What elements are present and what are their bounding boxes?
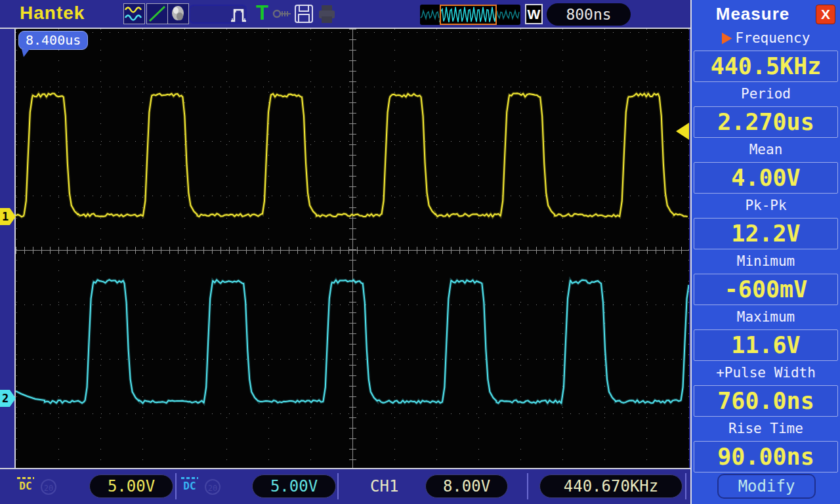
ch1-trace — [16, 93, 688, 217]
measure-row[interactable]: Minimum-600mV — [692, 252, 840, 305]
measure-row-value: 12.2V — [694, 218, 838, 249]
dc-dashes-icon — [17, 477, 34, 479]
scope-display: 8.400us — [16, 29, 689, 468]
measure-row[interactable]: Frequency440.5KHz — [692, 29, 840, 82]
measure-rows: Frequency440.5KHzPeriod2.270usMean4.00VP… — [692, 29, 840, 475]
measure-row-label-text: Frequency — [736, 29, 810, 48]
save-icon-glyph — [293, 3, 315, 25]
measure-row[interactable]: Pk-Pk12.2V — [692, 196, 840, 249]
trigger-type-icon[interactable]: T — [256, 1, 268, 25]
measure-row[interactable]: Period2.270us — [692, 85, 840, 138]
measure-row-label: Minimum — [692, 252, 840, 271]
measure-row-label-text: Minimum — [737, 252, 795, 271]
divider — [527, 473, 528, 499]
measure-row[interactable]: Mean4.00V — [692, 140, 840, 194]
preview-wave — [497, 11, 519, 19]
measure-panel-header: Measure X — [692, 0, 840, 29]
line-draw-icon-glyph — [147, 4, 167, 24]
snapshot-icon-glyph — [168, 4, 188, 24]
ch1-scale-readout[interactable]: 5.00V — [89, 474, 173, 498]
dc-dashes-icon — [181, 477, 198, 479]
measure-row-label-text: Period — [741, 85, 791, 104]
measure-row[interactable]: +Pulse Width760.0ns — [692, 364, 840, 417]
measure-row-value: 760.0ns — [694, 385, 838, 417]
horizontal-delay-tag[interactable]: 8.400us — [18, 31, 88, 50]
waveform-preview-bar[interactable] — [420, 5, 520, 25]
measure-row-label: Rise Time — [692, 419, 840, 438]
measure-row-value: 440.5KHz — [694, 51, 838, 82]
measure-panel: Measure X Frequency440.5KHzPeriod2.270us… — [690, 0, 840, 504]
preview-wave — [421, 11, 439, 19]
measure-row-label: Maximum — [692, 308, 840, 327]
snapshot-icon[interactable] — [167, 3, 189, 24]
measure-row[interactable]: Rise Time90.00ns — [692, 419, 840, 472]
measure-row-value: 2.270us — [694, 106, 838, 138]
trigger-level-readout[interactable]: 8.00V — [425, 474, 508, 498]
ch1-position-marker[interactable]: 1 — [0, 208, 16, 225]
save-icon[interactable] — [293, 3, 315, 28]
ch2-bandwidth-limit-button[interactable]: 20 — [205, 479, 220, 495]
measure-panel-title: Measure — [692, 4, 814, 24]
measure-row-label-text: +Pulse Width — [716, 364, 816, 383]
preview-viewport-box[interactable] — [440, 5, 497, 25]
ch1-bandwidth-limit-button[interactable]: 20 — [41, 479, 56, 495]
measure-row-label-text: Rise Time — [728, 419, 803, 438]
waveforms-icon-glyph — [124, 4, 144, 24]
ch2-trace-glow — [16, 280, 689, 403]
measure-row-label: Period — [692, 85, 840, 104]
ch2-scale-readout[interactable]: 5.00V — [252, 474, 336, 498]
measure-row-label: Pk-Pk — [692, 196, 840, 215]
line-draw-icon[interactable] — [146, 3, 168, 24]
ch2-position-marker[interactable]: 2 — [0, 390, 16, 407]
ch2-coupling-label: DC — [180, 480, 200, 492]
waveforms-icon[interactable] — [123, 3, 145, 24]
ch2-trace — [16, 280, 689, 403]
trigger-source-label[interactable]: CH1 — [370, 477, 398, 495]
ch2-coupling-button[interactable]: DC — [180, 476, 200, 497]
print-icon[interactable] — [317, 4, 337, 27]
ch1-coupling-button[interactable]: DC — [16, 476, 35, 497]
ch1-coupling-label: DC — [16, 480, 35, 492]
divider — [685, 473, 686, 499]
measure-row-value: 4.00V — [694, 162, 838, 194]
pulse-icon-glyph — [230, 5, 252, 24]
timebase-readout[interactable]: 800ns — [547, 3, 631, 26]
top-toolbar: Hantek T — [0, 0, 690, 29]
measure-row-label: Frequency — [692, 29, 840, 48]
window-mode-button[interactable]: W — [525, 4, 543, 24]
modify-button[interactable]: Modify — [717, 474, 816, 499]
measure-row-label-text: Pk-Pk — [745, 196, 786, 215]
selected-arrow-icon — [722, 33, 732, 45]
divider — [175, 473, 177, 499]
ch1-trace-glow — [16, 93, 688, 217]
print-icon-glyph — [317, 4, 337, 24]
frequency-counter-readout: 440.670KHz — [539, 474, 682, 498]
probe-icon-glyph — [272, 9, 293, 20]
measure-row-label: Mean — [692, 140, 840, 159]
measure-row-value: 90.00ns — [694, 441, 838, 472]
close-icon[interactable]: X — [816, 5, 835, 24]
measure-row[interactable]: Maximum11.6V — [692, 308, 840, 361]
hantek-logo: Hantek — [20, 3, 85, 24]
measure-row-label-text: Maximum — [737, 308, 795, 327]
measure-row-value: 11.6V — [694, 329, 838, 361]
pulse-icon[interactable] — [230, 5, 252, 26]
divider — [337, 473, 339, 499]
probe-icon[interactable] — [272, 9, 293, 22]
left-margin: 1 2 — [0, 29, 16, 468]
oscilloscope-app: Hantek T — [0, 0, 840, 504]
measure-row-label-text: Mean — [749, 140, 783, 159]
measure-row-label: +Pulse Width — [692, 364, 840, 383]
separator-line — [0, 468, 690, 469]
measure-row-value: -600mV — [694, 274, 838, 305]
status-bar: DC 20 5.00V DC 20 5.00V CH1 — [0, 468, 690, 504]
waveform-traces — [16, 29, 689, 468]
